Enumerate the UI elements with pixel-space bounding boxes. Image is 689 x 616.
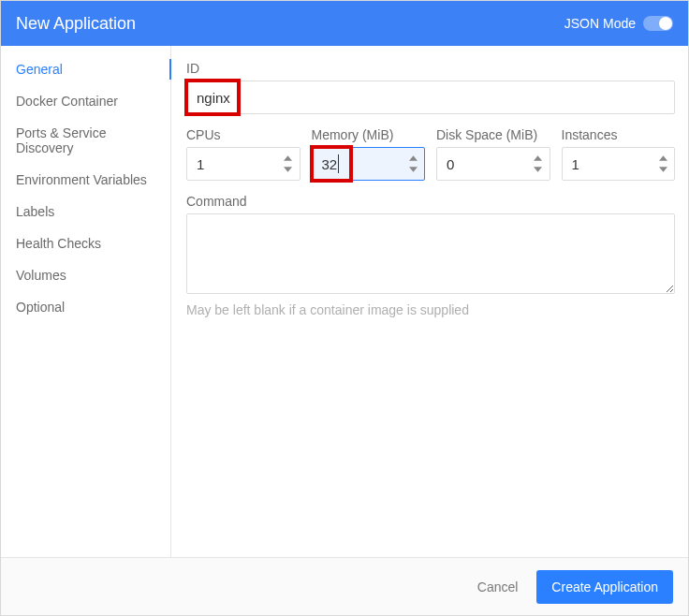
toggle-knob [659,17,672,30]
modal-header: New Application JSON Mode [1,1,688,46]
cancel-button[interactable]: Cancel [472,572,524,602]
memory-step-down[interactable] [404,164,421,175]
sidebar-item-label: Volumes [16,268,66,283]
resource-row: CPUs Memory (MiB) [186,127,675,181]
instances-spinner [654,151,671,177]
tab-environment-variables[interactable]: Environment Variables [1,164,170,196]
tab-ports-service-discovery[interactable]: Ports & Service Discovery [1,117,170,164]
disk-step-down[interactable] [530,164,547,175]
json-mode-label: JSON Mode [564,16,636,31]
disk-step-up[interactable] [530,153,547,164]
memory-col: Memory (MiB) [312,127,426,181]
id-field-wrap [186,81,675,114]
sidebar-item-label: General [16,62,63,77]
sidebar-item-label: Ports & Service Discovery [16,125,106,155]
sidebar-item-label: Labels [16,204,54,219]
sidebar-item-label: Environment Variables [16,172,147,187]
modal-footer: Cancel Create Application [1,557,688,615]
command-textarea[interactable] [186,213,675,294]
id-input[interactable] [186,81,675,114]
tab-optional[interactable]: Optional [1,291,170,323]
memory-label: Memory (MiB) [312,127,426,142]
modal-window: New Application JSON Mode General Docker… [0,0,689,616]
tab-volumes[interactable]: Volumes [1,259,170,291]
json-mode-toggle[interactable]: JSON Mode [564,16,673,31]
form-content: ID CPUs Memory (MiB) [171,46,688,557]
disk-col: Disk Space (MiB) [436,127,550,181]
command-help-text: May be left blank if a container image i… [186,302,675,317]
disk-spinner [530,151,547,177]
instances-step-up[interactable] [654,153,671,164]
cpus-step-up[interactable] [280,153,297,164]
tab-labels[interactable]: Labels [1,196,170,227]
memory-spinner [404,151,421,177]
memory-step-up[interactable] [404,153,421,164]
id-label: ID [186,61,675,76]
disk-label: Disk Space (MiB) [436,127,550,142]
instances-step-down[interactable] [654,164,671,175]
command-label: Command [186,194,675,209]
tab-health-checks[interactable]: Health Checks [1,227,170,259]
instances-col: Instances [562,127,676,181]
cpus-label: CPUs [186,127,301,142]
sidebar-item-label: Health Checks [16,236,101,251]
sidebar: General Docker Container Ports & Service… [1,46,171,557]
cpus-step-down[interactable] [280,164,297,175]
sidebar-item-label: Optional [16,300,65,315]
toggle-switch[interactable] [643,16,673,31]
tab-general[interactable]: General [1,53,170,85]
sidebar-item-label: Docker Container [16,94,118,109]
create-application-button[interactable]: Create Application [536,570,673,604]
tab-docker-container[interactable]: Docker Container [1,85,170,117]
cpus-spinner [280,151,297,177]
modal-body: General Docker Container Ports & Service… [1,46,688,557]
modal-title: New Application [16,14,136,34]
text-cursor [338,154,339,173]
cpus-col: CPUs [186,127,301,181]
instances-label: Instances [562,127,676,142]
